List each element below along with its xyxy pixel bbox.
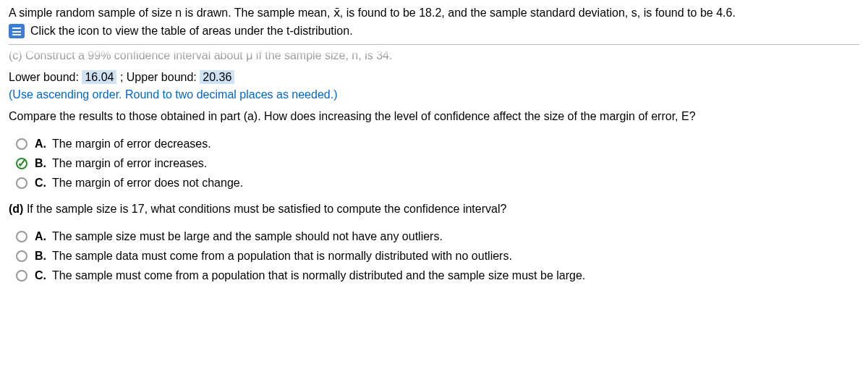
- separator-text: ; Upper bound:: [120, 71, 197, 83]
- bounds-line: Lower bound: 16.04 ; Upper bound: 20.36: [9, 71, 859, 84]
- option-text: The margin of error increases.: [52, 157, 207, 170]
- intro-text: A simple random sample of size n is draw…: [9, 6, 859, 20]
- option-text: The sample size must be large and the sa…: [52, 230, 443, 243]
- lower-bound-label: Lower bound:: [9, 71, 79, 83]
- option-letter: B.: [35, 157, 48, 170]
- icon-link-row[interactable]: Click the icon to view the table of area…: [9, 24, 859, 38]
- option-text: The sample must come from a population t…: [52, 269, 585, 282]
- lower-bound-value: 16.04: [82, 70, 116, 84]
- part-d-text: If the sample size is 17, what condition…: [27, 203, 506, 215]
- option-d-c[interactable]: C. The sample must come from a populatio…: [16, 269, 859, 282]
- rounding-instruction: (Use ascending order. Round to two decim…: [9, 88, 859, 101]
- part-d-label: (d): [9, 203, 23, 215]
- option-letter: A.: [35, 138, 48, 151]
- part-c-prompt: (c) Construct a 99% confidence interval …: [9, 49, 859, 62]
- upper-bound-value: 20.36: [200, 70, 234, 84]
- radio-icon: [16, 177, 27, 189]
- table-icon: [9, 24, 25, 38]
- part-c-options: A. The margin of error decreases. B. The…: [16, 138, 859, 190]
- option-letter: A.: [35, 230, 48, 243]
- compare-question: Compare the results to those obtained in…: [9, 110, 859, 123]
- option-c-c[interactable]: C. The margin of error does not change.: [16, 177, 859, 190]
- option-letter: B.: [35, 250, 48, 263]
- radio-icon: [16, 138, 27, 150]
- option-d-b[interactable]: B. The sample data must come from a popu…: [16, 250, 859, 263]
- option-d-a[interactable]: A. The sample size must be large and the…: [16, 230, 859, 243]
- radio-icon: [16, 250, 27, 262]
- radio-icon: [16, 231, 27, 242]
- radio-icon: [16, 270, 27, 282]
- option-c-a[interactable]: A. The margin of error decreases.: [16, 138, 859, 151]
- option-text: The margin of error does not change.: [52, 177, 243, 190]
- option-letter: C.: [35, 269, 48, 282]
- option-letter: C.: [35, 177, 48, 190]
- option-c-b[interactable]: B. The margin of error increases.: [16, 157, 859, 170]
- option-text: The margin of error decreases.: [52, 138, 211, 151]
- option-text: The sample data must come from a populat…: [52, 250, 512, 263]
- icon-link-text: Click the icon to view the table of area…: [30, 25, 353, 38]
- part-d-options: A. The sample size must be large and the…: [16, 230, 859, 282]
- divider: [9, 44, 859, 45]
- part-d-question: (d) If the sample size is 17, what condi…: [9, 203, 859, 216]
- radio-icon-checked: [16, 158, 27, 169]
